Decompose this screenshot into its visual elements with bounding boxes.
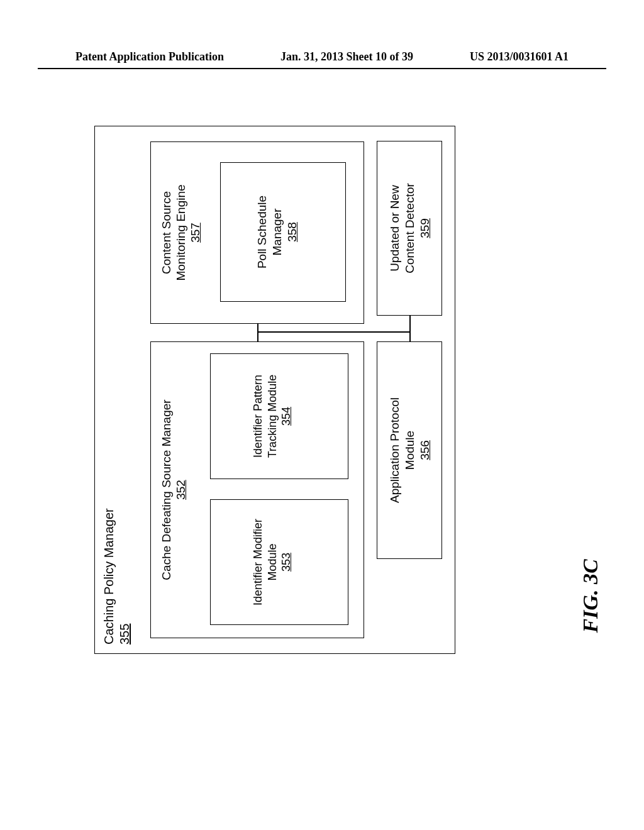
- connector-line: [257, 332, 409, 333]
- cdsm-label: Cache Defeating Source Manager: [160, 399, 173, 580]
- page: Patent Application Publication Jan. 31, …: [0, 0, 644, 830]
- approto-l2: Module: [403, 431, 416, 470]
- identifier-pattern-tracking-module-box: Identifier Pattern Tracking Module 354: [210, 353, 348, 479]
- psm-l1: Poll Schedule: [255, 196, 269, 268]
- updated-or-new-content-detector-box: Updated or New Content Detector 359: [377, 141, 442, 316]
- header-center: Jan. 31, 2013 Sheet 10 of 39: [280, 50, 413, 64]
- page-header: Patent Application Publication Jan. 31, …: [0, 50, 644, 64]
- application-protocol-module-box: Application Protocol Module 356: [377, 341, 442, 559]
- header-left: Patent Application Publication: [75, 50, 224, 64]
- header-rule: [38, 68, 606, 69]
- caching-policy-manager-box: Caching Policy Manager 355 Cache Defeati…: [94, 126, 455, 654]
- identifier-modifier-module-box: Identifier Modifier Module 353: [210, 499, 348, 625]
- approto-ref: 356: [418, 440, 431, 460]
- uncd-l1: Updated or New: [388, 185, 401, 271]
- psm-ref: 358: [286, 222, 299, 242]
- figure-area: Caching Policy Manager 355 Cache Defeati…: [94, 126, 455, 654]
- caching-policy-manager-ref: 355: [118, 624, 131, 645]
- idpat-l2: Tracking Module: [266, 375, 279, 458]
- idpat-ref: 354: [280, 407, 292, 426]
- csme-l2: Monitoring Engine: [174, 184, 187, 280]
- uncd-ref: 359: [418, 218, 431, 238]
- header-right: US 2013/0031601 A1: [470, 50, 569, 64]
- connector-line: [409, 316, 411, 333]
- figure-rotated-container: Caching Policy Manager 355 Cache Defeati…: [94, 126, 455, 654]
- caching-policy-manager-label: Caching Policy Manager: [102, 508, 116, 645]
- csme-l1: Content Source: [160, 191, 173, 274]
- idpat-l1: Identifier Pattern: [252, 375, 264, 458]
- csme-title: Content Source Monitoring Engine 357: [160, 142, 203, 323]
- cache-defeating-source-manager-title: Cache Defeating Source Manager 352: [160, 342, 189, 638]
- poll-schedule-manager-box: Poll Schedule Manager 358: [220, 162, 346, 302]
- content-source-monitoring-engine-box: Content Source Monitoring Engine 357 Pol…: [150, 141, 364, 324]
- caching-policy-manager-title: Caching Policy Manager 355: [101, 508, 133, 645]
- idmod-l1: Identifier Modifier: [252, 519, 264, 606]
- uncd-l2: Content Detector: [403, 183, 416, 274]
- idmod-ref: 353: [280, 553, 292, 572]
- connector-line: [409, 333, 411, 341]
- psm-l2: Manager: [270, 209, 284, 256]
- connector-line: [257, 333, 258, 341]
- figure-caption: FIG. 3C: [579, 533, 602, 659]
- approto-l1: Application Protocol: [388, 397, 401, 503]
- csme-ref: 357: [189, 223, 202, 243]
- cache-defeating-source-manager-box: Cache Defeating Source Manager 352 Ident…: [150, 341, 364, 638]
- cdsm-ref: 352: [174, 480, 187, 500]
- idmod-l2: Module: [266, 543, 279, 580]
